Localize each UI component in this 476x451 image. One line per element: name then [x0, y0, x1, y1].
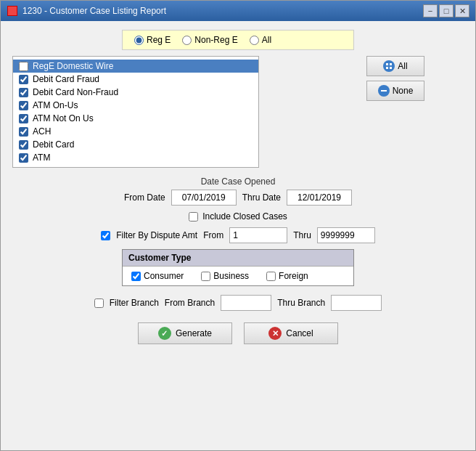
list-item[interactable]: ATM	[13, 151, 258, 164]
checkbox-atm-on-us[interactable]	[19, 101, 28, 110]
all-button[interactable]: All	[366, 56, 424, 76]
customer-type-box: Customer Type Consumer Business Foreign	[122, 249, 354, 286]
dispute-from-input[interactable]	[229, 227, 287, 243]
radio-non-reg-e[interactable]: Non-Reg E	[182, 35, 237, 45]
checkbox-ach[interactable]	[19, 127, 28, 137]
list-item[interactable]: Debit Card Non-Fraud	[13, 86, 258, 99]
reg-e-radio-group: Reg E Non-Reg E All	[122, 30, 354, 50]
maximize-button[interactable]: □	[439, 4, 454, 17]
svg-rect-2	[386, 67, 388, 69]
filter-branch-label: Filter Branch	[110, 298, 159, 308]
main-row: RegE Domestic Wire Debit Card Fraud Debi…	[12, 56, 464, 168]
date-row: From Date Thru Date	[124, 190, 352, 206]
list-item[interactable]: ATM Not On Us	[13, 112, 258, 125]
checkbox-debit-card[interactable]	[19, 140, 28, 150]
dispute-from-label: From	[203, 230, 223, 240]
checkbox-debit-card-fraud[interactable]	[19, 75, 28, 84]
generate-icon: ✓	[158, 327, 171, 340]
none-icon	[378, 85, 390, 97]
from-branch-label: From Branch	[165, 298, 215, 308]
foreign-option[interactable]: Foreign	[266, 271, 308, 281]
thru-date-input[interactable]	[287, 190, 352, 206]
title-bar-controls: − □ ✕	[423, 4, 469, 17]
business-checkbox[interactable]	[201, 272, 210, 281]
consumer-checkbox[interactable]	[131, 272, 141, 281]
side-buttons: All None	[366, 56, 424, 101]
customer-type-content: Consumer Business Foreign	[123, 267, 353, 285]
app-icon	[7, 5, 18, 17]
dispute-filter-row: Filter By Dispute Amt From Thru	[12, 227, 464, 243]
list-item[interactable]: ACH	[13, 125, 258, 138]
dispute-filter-checkbox[interactable]	[101, 231, 110, 240]
checkbox-atm-not-on-us[interactable]	[19, 114, 28, 123]
main-window: 1230 - Customer Case Listing Report − □ …	[0, 0, 476, 451]
list-item[interactable]: Debit Card	[13, 138, 258, 151]
checkbox-debit-card-non-fraud[interactable]	[19, 88, 28, 97]
business-option[interactable]: Business	[201, 271, 249, 281]
title-bar: 1230 - Customer Case Listing Report − □ …	[1, 1, 475, 21]
cancel-button[interactable]: ✕ Cancel	[244, 322, 338, 344]
thru-branch-input[interactable]	[331, 295, 382, 311]
from-date-label: From Date	[124, 192, 165, 203]
title-bar-left: 1230 - Customer Case Listing Report	[7, 5, 166, 17]
thru-date-label: Thru Date	[242, 192, 281, 203]
all-icon	[383, 60, 395, 72]
branch-filter-row: Filter Branch From Branch Thru Branch	[12, 295, 464, 311]
foreign-checkbox[interactable]	[266, 272, 276, 281]
from-branch-input[interactable]	[221, 295, 271, 311]
consumer-option[interactable]: Consumer	[131, 271, 184, 281]
list-item[interactable]: ATM On-Us	[13, 99, 258, 112]
thru-branch-label: Thru Branch	[277, 298, 325, 308]
dispute-filter-label: Filter By Dispute Amt	[116, 230, 197, 240]
case-type-list: RegE Domestic Wire Debit Card Fraud Debi…	[12, 56, 259, 168]
radio-reg-e[interactable]: Reg E	[134, 35, 171, 45]
window-title: 1230 - Customer Case Listing Report	[22, 6, 166, 16]
list-item[interactable]: Debit Card Fraud	[13, 73, 258, 86]
svg-rect-1	[390, 63, 392, 65]
cancel-icon: ✕	[268, 327, 282, 340]
dispute-thru-input[interactable]	[317, 227, 375, 243]
close-button[interactable]: ✕	[455, 4, 469, 17]
include-closed-checkbox[interactable]	[189, 212, 198, 222]
svg-rect-0	[386, 63, 388, 65]
filter-branch-checkbox[interactable]	[94, 298, 104, 308]
list-item[interactable]: RegE Domestic Wire	[13, 60, 258, 73]
content-area: Reg E Non-Reg E All RegE Domestic Wire	[1, 21, 475, 450]
from-date-input[interactable]	[171, 190, 237, 206]
none-button[interactable]: None	[366, 81, 424, 101]
customer-type-header: Customer Type	[123, 250, 353, 267]
generate-button[interactable]: ✓ Generate	[138, 322, 232, 344]
bottom-buttons: ✓ Generate ✕ Cancel	[12, 322, 464, 344]
date-case-opened-label: Date Case Opened	[201, 176, 276, 187]
svg-rect-3	[390, 67, 392, 69]
checkbox-rege-domestic-wire[interactable]	[19, 62, 28, 71]
date-section: Date Case Opened From Date Thru Date	[12, 176, 464, 206]
checkbox-atm[interactable]	[19, 153, 28, 163]
minimize-button[interactable]: −	[423, 4, 438, 17]
dispute-thru-label: Thru	[293, 230, 311, 240]
radio-all[interactable]: All	[250, 35, 271, 45]
include-closed-label: Include Closed Cases	[202, 211, 287, 222]
include-closed-row: Include Closed Cases	[12, 211, 464, 222]
